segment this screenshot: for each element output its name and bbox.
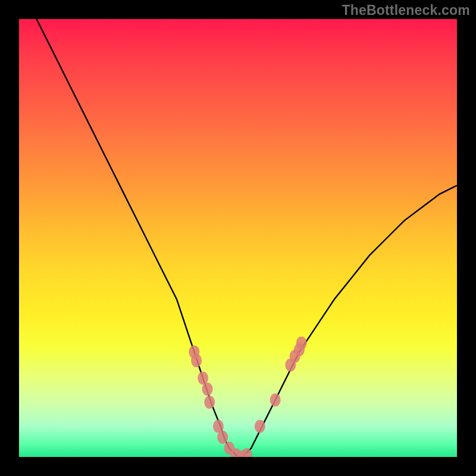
data-point bbox=[217, 431, 228, 444]
curve-line bbox=[36, 19, 457, 457]
chart-svg bbox=[19, 19, 457, 457]
curve-path bbox=[36, 19, 457, 457]
data-point bbox=[296, 337, 307, 350]
plot-area bbox=[19, 19, 457, 457]
data-point bbox=[255, 420, 265, 433]
data-point bbox=[270, 393, 281, 406]
data-point bbox=[202, 383, 213, 396]
data-point bbox=[191, 354, 202, 367]
chart-frame: TheBottleneck.com bbox=[0, 0, 476, 476]
scatter-left bbox=[189, 345, 252, 457]
watermark-text: TheBottleneck.com bbox=[342, 2, 470, 18]
scatter-right bbox=[255, 337, 307, 433]
data-point bbox=[204, 396, 215, 409]
